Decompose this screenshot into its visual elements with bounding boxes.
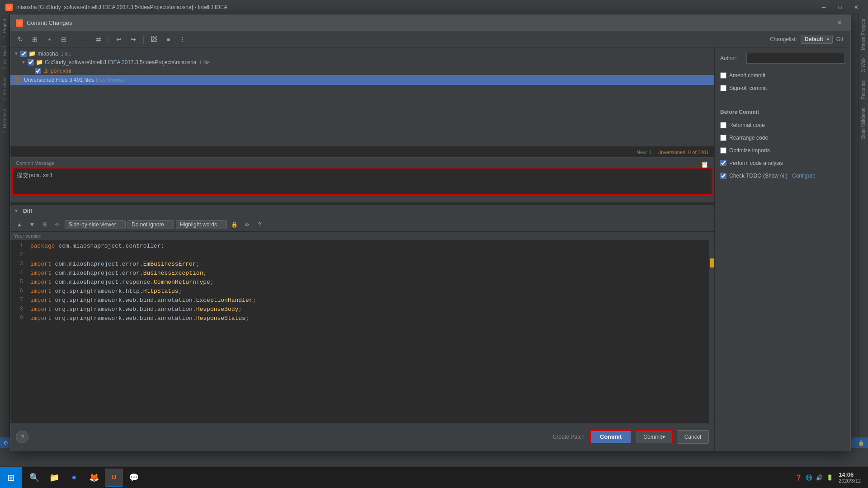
help-button[interactable]: ? (16, 431, 28, 443)
configure-link[interactable]: Configure (792, 173, 816, 179)
toolbar-btn-2[interactable]: ⊞ (28, 33, 41, 45)
maximize-button[interactable]: □ (834, 3, 846, 12)
changelist-dropdown[interactable]: Default (801, 35, 833, 44)
sidebar-item-maven[interactable]: Maven Projects (859, 15, 867, 54)
toolbar-diff-btn[interactable]: ⇄ (92, 33, 105, 45)
diff-area: ▼ Diff ▲ ▼ ⎘ ✏ Side-by-side viewer Do no… (10, 205, 714, 423)
files-text: files (96, 77, 105, 83)
sidebar-item-project[interactable]: 1: Project (1, 15, 9, 42)
close-button[interactable]: ✕ (850, 3, 863, 12)
unversioned-row[interactable]: Unversioned Files 3,401 files files brow… (10, 75, 714, 85)
reformat-checkbox[interactable] (720, 122, 726, 128)
taskbar-chrome[interactable]: ● (65, 469, 83, 487)
toolbar-btn-3[interactable]: — (78, 33, 90, 45)
tree-item-pomxml[interactable]: 🗎 pom.xml (10, 66, 714, 75)
perform-analysis-checkbox[interactable] (720, 160, 726, 166)
taskbar-icons: 🔍 📁 ● 🦊 IJ 💬 (22, 469, 146, 487)
sidebar-item-database[interactable]: Z: Database (1, 105, 9, 137)
toolbar-refresh-btn[interactable]: ↻ (14, 33, 27, 45)
browse-link[interactable]: browse (107, 77, 125, 83)
taskbar-file-explorer[interactable]: 📁 (45, 469, 63, 487)
check-todo-checkbox[interactable] (720, 173, 726, 179)
tray-help[interactable]: ❓ (795, 474, 802, 481)
diff-up-btn[interactable]: ▲ (14, 219, 25, 230)
commit-message-options-btn[interactable]: 📋 (699, 160, 710, 169)
sidebar-item-structure[interactable]: Z: Structure (1, 74, 9, 104)
sign-off-checkbox[interactable] (720, 85, 726, 91)
toolbar-redo-btn[interactable]: ↪ (127, 33, 140, 45)
diff-edit-btn[interactable]: ✏ (52, 219, 63, 230)
code-area[interactable]: 1 package com.miaoshaproject.controller;… (10, 240, 709, 423)
create-patch-label: Create Patch (553, 434, 585, 440)
taskbar-intellij[interactable]: IJ (105, 469, 123, 487)
ide-title: miaosha [G:\Study_software\IntelliJ IDEA… (16, 4, 817, 10)
diff-copy-btn[interactable]: ⎘ (39, 219, 50, 230)
toolbar-move-btn[interactable]: ⊟ (57, 33, 70, 45)
dialog-footer: ? Create Patch Commit Commit▾ Cancel (10, 423, 714, 450)
toolbar-group-btn[interactable]: ⋮ (176, 33, 189, 45)
toolbar-undo-btn[interactable]: ↩ (113, 33, 125, 45)
code-line-3: 3 import com.miaoshaproject.error.EmBusi… (10, 260, 709, 269)
tree-item-path[interactable]: ▼ 📁 G:\Study_software\IntelliJ IDEA 2017… (10, 58, 714, 66)
stats-bar: New: 1 Unversioned: 0 of 3401 (10, 147, 714, 158)
ignore-dropdown[interactable]: Do not ignore (127, 220, 174, 229)
system-tray: ❓ 🌐 🔊 🔋 (795, 474, 833, 481)
taskbar-search[interactable]: 🔍 (25, 469, 43, 487)
diff-settings-btn[interactable]: ⚙ (241, 219, 252, 230)
start-button[interactable]: ⊞ (0, 467, 22, 488)
perform-analysis-row: Perform code analysis (720, 159, 845, 168)
viewer-dropdown[interactable]: Side-by-side viewer (65, 220, 126, 229)
taskbar-wechat[interactable]: 💬 (125, 469, 143, 487)
line-num-1: 1 (10, 242, 27, 249)
cancel-button[interactable]: Cancel (677, 430, 709, 444)
highlight-dropdown[interactable]: Highlight words (176, 220, 227, 229)
stats-unversioned: Unversioned: 0 of 3401 (657, 150, 709, 155)
diff-help-btn[interactable]: ? (254, 219, 265, 230)
dialog-title: Commit Changes (27, 19, 834, 26)
line-content-3: import com.miaoshaproject.error.EmBusine… (27, 260, 709, 268)
tree-toggle-path[interactable]: ▼ (21, 60, 28, 65)
author-input[interactable] (746, 53, 845, 64)
file-tree-area: ▼ 📁 miaosha 1 file ▼ 📁 G:\Study_software… (10, 47, 714, 147)
tray-network[interactable]: 🌐 (806, 474, 812, 481)
left-panel: ▼ 📁 miaosha 1 file ▼ 📁 G:\Study_software… (10, 47, 715, 450)
diff-toggle[interactable]: ▼ (14, 208, 20, 213)
toolbar-add-btn[interactable]: ＋ (43, 33, 56, 45)
commit-dropdown-label: Commit▾ (643, 434, 665, 440)
sidebar-item-web[interactable]: 6: Web (859, 55, 867, 76)
diff-lock-btn[interactable]: 🔒 (229, 219, 240, 230)
commit-message-input[interactable]: 提交pom.xml (12, 168, 712, 195)
tray-battery[interactable]: 🔋 (826, 474, 833, 481)
sidebar-item-bean-validation[interactable]: Bean Validation (859, 104, 867, 142)
checkbox-path[interactable] (28, 59, 34, 66)
code-line-5: 5 import com.miaoshaproject.response.Com… (10, 278, 709, 287)
sidebar-item-ant-build[interactable]: 2: Ant Build (1, 42, 9, 73)
unversioned-label: Unversioned Files (24, 77, 67, 83)
line-content-5: import com.miaoshaproject.response.Commo… (27, 278, 709, 286)
optimize-checkbox[interactable] (720, 147, 726, 154)
toolbar-all-btn[interactable]: ≡ (162, 33, 175, 45)
taskbar-right: ❓ 🌐 🔊 🔋 14:06 2020/3/12 (795, 471, 868, 483)
clock: 14:06 2020/3/12 (839, 471, 861, 483)
tray-volume[interactable]: 🔊 (816, 474, 823, 481)
rearrange-checkbox[interactable] (720, 135, 726, 141)
tree-toggle-miaosha[interactable]: ▼ (14, 51, 20, 56)
path-label: G:\Study_software\IntelliJ IDEA 2017.3.5… (45, 59, 197, 66)
sidebar-item-favorites[interactable]: Favorites (859, 77, 867, 103)
diff-down-btn[interactable]: ▼ (27, 219, 38, 230)
taskbar-firefox[interactable]: 🦊 (85, 469, 103, 487)
minimize-button[interactable]: ─ (817, 3, 830, 12)
commit-primary-button[interactable]: Commit (590, 430, 632, 444)
dialog-close-button[interactable]: × (834, 18, 845, 28)
code-line-8: 8 import org.springframework.web.bind.an… (10, 305, 709, 314)
commit-dropdown-button[interactable]: Commit▾ (635, 430, 673, 444)
stats-new: New: 1 (637, 150, 652, 155)
line-num-2: 2 (10, 251, 27, 258)
checkbox-miaosha[interactable] (20, 51, 27, 57)
changelist-label: Changelist: (770, 36, 797, 42)
toolbar-img-btn[interactable]: 🖼 (147, 33, 160, 45)
amend-commit-checkbox[interactable] (720, 72, 726, 79)
line-content-9: import org.springframework.web.bind.anno… (27, 314, 709, 322)
tree-item-miaosha[interactable]: ▼ 📁 miaosha 1 file (10, 49, 714, 58)
checkbox-pomxml[interactable] (35, 68, 41, 74)
